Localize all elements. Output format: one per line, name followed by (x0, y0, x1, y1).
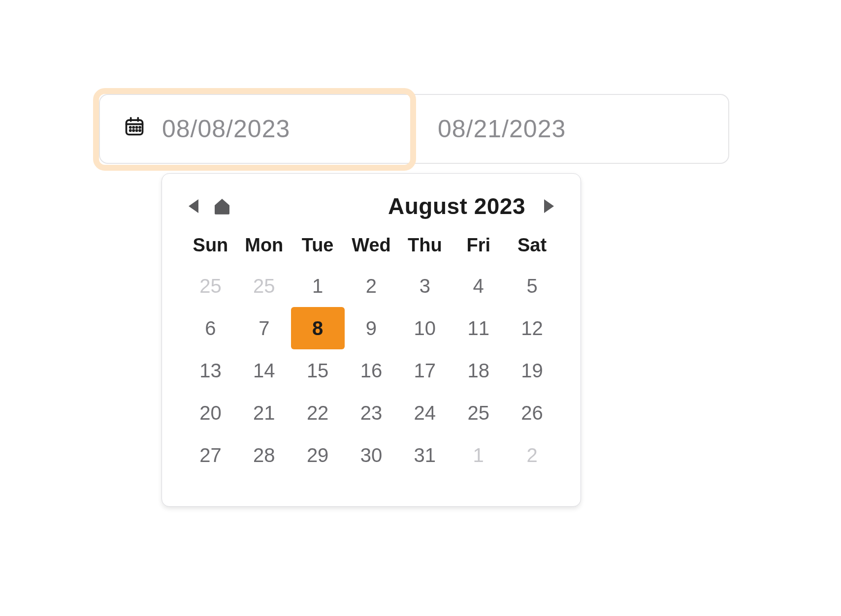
day-cell[interactable]: 17 (398, 349, 452, 392)
svg-marker-13 (544, 199, 554, 213)
svg-point-9 (133, 130, 134, 131)
day-cell[interactable]: 11 (452, 307, 505, 349)
svg-point-6 (136, 127, 137, 128)
weekday-label: Mon (237, 231, 291, 260)
calendar-week-row: 272829303112 (184, 434, 559, 476)
day-cell[interactable]: 13 (184, 349, 237, 392)
month-year-label: August 2023 (388, 193, 525, 219)
day-cell[interactable]: 15 (291, 349, 345, 392)
calendar-week-row: 20212223242526 (184, 392, 559, 434)
day-cell-selected[interactable]: 8 (291, 307, 345, 349)
start-date-value: 08/08/2023 (162, 115, 290, 143)
weekday-label: Thu (398, 231, 452, 260)
calendar-icon (124, 115, 162, 143)
day-cell[interactable]: 30 (345, 434, 398, 476)
day-cell[interactable]: 1 (291, 265, 345, 307)
day-cell[interactable]: 31 (398, 434, 452, 476)
day-cell[interactable]: 4 (452, 265, 505, 307)
weekday-label: Fri (452, 231, 505, 260)
day-cell[interactable]: 14 (237, 349, 291, 392)
weekday-label: Sun (184, 231, 237, 260)
day-cell[interactable]: 12 (505, 307, 559, 349)
day-cell[interactable]: 18 (452, 349, 505, 392)
calendar-week-row: 13141516171819 (184, 349, 559, 392)
calendar-grid: 2525123456789101112131415161718192021222… (184, 265, 559, 476)
home-icon[interactable] (212, 196, 232, 216)
day-cell[interactable]: 23 (345, 392, 398, 434)
svg-point-11 (139, 130, 140, 131)
calendar-week-row: 6789101112 (184, 307, 559, 349)
day-cell[interactable]: 22 (291, 392, 345, 434)
calendar-week-row: 252512345 (184, 265, 559, 307)
day-cell[interactable]: 25 (184, 265, 237, 307)
day-cell[interactable]: 20 (184, 392, 237, 434)
next-month-button[interactable] (539, 196, 559, 216)
weekday-label: Sat (505, 231, 559, 260)
svg-point-8 (130, 130, 131, 131)
svg-point-10 (136, 130, 137, 131)
day-cell[interactable]: 28 (237, 434, 291, 476)
svg-marker-12 (189, 199, 198, 213)
day-cell[interactable]: 6 (184, 307, 237, 349)
weekday-header-row: Sun Mon Tue Wed Thu Fri Sat (184, 231, 559, 260)
svg-point-7 (139, 127, 140, 128)
day-cell[interactable]: 2 (505, 434, 559, 476)
day-cell[interactable]: 10 (398, 307, 452, 349)
day-cell[interactable]: 25 (452, 392, 505, 434)
svg-point-4 (130, 127, 131, 128)
calendar-popover: August 2023 Sun Mon Tue Wed Thu Fri Sat … (162, 173, 581, 507)
day-cell[interactable]: 16 (345, 349, 398, 392)
day-cell[interactable]: 29 (291, 434, 345, 476)
end-date-value: 08/21/2023 (438, 115, 566, 143)
weekday-label: Tue (291, 231, 345, 260)
day-cell[interactable]: 7 (237, 307, 291, 349)
day-cell[interactable]: 25 (237, 265, 291, 307)
day-cell[interactable]: 2 (345, 265, 398, 307)
day-cell[interactable]: 19 (505, 349, 559, 392)
day-cell[interactable]: 9 (345, 307, 398, 349)
end-date-input[interactable]: 08/21/2023 (414, 95, 728, 163)
date-range-field: 08/08/2023 08/21/2023 (99, 94, 729, 164)
day-cell[interactable]: 24 (398, 392, 452, 434)
prev-month-button[interactable] (184, 196, 203, 216)
weekday-label: Wed (345, 231, 398, 260)
day-cell[interactable]: 26 (505, 392, 559, 434)
start-date-input[interactable]: 08/08/2023 (100, 95, 414, 163)
day-cell[interactable]: 21 (237, 392, 291, 434)
day-cell[interactable]: 1 (452, 434, 505, 476)
day-cell[interactable]: 5 (505, 265, 559, 307)
calendar-header: August 2023 (184, 191, 559, 221)
day-cell[interactable]: 27 (184, 434, 237, 476)
day-cell[interactable]: 3 (398, 265, 452, 307)
svg-point-5 (133, 127, 134, 128)
